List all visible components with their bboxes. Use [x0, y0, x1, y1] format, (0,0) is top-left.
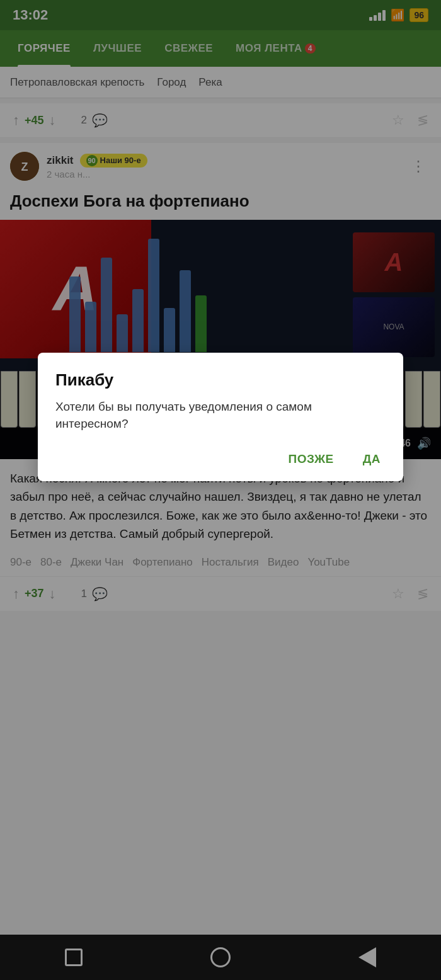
yes-button[interactable]: ДА: [358, 450, 386, 469]
dialog-title: Пикабу: [55, 370, 386, 390]
notification-dialog: Пикабу Хотели бы вы получать уведомления…: [38, 353, 403, 481]
dialog-buttons: ПОЗЖЕ ДА: [55, 450, 386, 469]
dialog-message: Хотели бы вы получать уведомления о само…: [55, 399, 386, 432]
later-button[interactable]: ПОЗЖЕ: [284, 450, 339, 469]
dialog-overlay: Пикабу Хотели бы вы получать уведомления…: [0, 0, 441, 980]
